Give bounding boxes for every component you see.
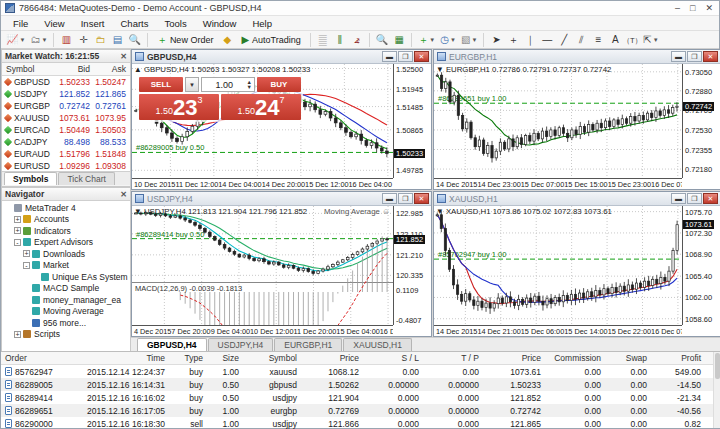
price-axis[interactable]: 0.730500.728800.727050.725300.723550.721… (682, 64, 720, 178)
chart-title-bar[interactable]: USDJPY,H4▬❐✕ (132, 192, 431, 206)
toolbar-line-chart-button[interactable]: ⦨ (349, 32, 365, 48)
expand-icon[interactable]: + (23, 250, 30, 257)
terminal-order-row[interactable]: 857629472015.12.14 12:24:37buy1.00xauusd… (1, 365, 720, 378)
terminal-column-profit[interactable]: Profit (651, 353, 705, 363)
menu-item-tools[interactable]: Tools (156, 17, 194, 30)
terminal-column-type[interactable]: Type (169, 353, 207, 363)
terminal-column-price[interactable]: Price (301, 353, 363, 363)
sell-price[interactable]: 1.50233 (139, 94, 219, 120)
navigator-item-downloads[interactable]: +Downloads (2, 248, 130, 260)
close-icon[interactable]: ✕ (703, 51, 718, 62)
expand-icon[interactable]: + (14, 216, 21, 223)
expand-icon[interactable]: + (14, 331, 21, 338)
close-icon[interactable]: ✕ (414, 51, 429, 62)
toolbar-autotrading-button[interactable]: ▶AutoTrading (236, 32, 305, 48)
terminal-order-row[interactable]: 862890052015.12.16 16:14:31buy0.50gbpusd… (1, 378, 720, 391)
terminal-order-row[interactable]: 862900002015.12.16 16:18:30sell1.00usdjp… (1, 417, 720, 429)
toolbar-horizontal-line-button[interactable]: — (539, 32, 555, 48)
navigator-item-expert-advisors[interactable]: -Expert Advisors (2, 237, 130, 249)
close-icon[interactable]: ✕ (703, 193, 718, 204)
chart-body[interactable]: ▼ XAUUSD,H1 1073.86 1075.02 1072.83 1073… (434, 206, 720, 336)
collapse-icon[interactable]: - (23, 262, 30, 269)
menu-item-help[interactable]: Help (244, 17, 280, 30)
toolbar-indicators-button[interactable]: ＋▼ (416, 32, 437, 48)
chart-title-bar[interactable]: XAUUSD,H1▬❐✕ (434, 192, 720, 206)
navigator-item-moving-average[interactable]: Moving Average (2, 306, 130, 318)
toolbar-cursor-button[interactable]: ➤ (488, 32, 504, 48)
toolbar-new-chart-button[interactable]: 📈▼ (4, 32, 27, 48)
chart-body[interactable]: ▼ USDJPY,H4 121.813 121.904 121.796 121.… (132, 206, 431, 336)
market-watch-tab-symbols[interactable]: Symbols (4, 172, 57, 185)
toolbar-terminal-button[interactable]: ▤ (109, 32, 125, 48)
market-watch-row[interactable]: EURCAD1.504491.50503 (2, 124, 130, 136)
maximize-icon[interactable]: □ (690, 3, 695, 13)
navigator-item-indicators[interactable]: +Indicators (2, 225, 130, 237)
toolbar-arrows-button[interactable]: ⇱▼ (641, 32, 660, 48)
toolbar-strategy-tester-button[interactable]: 🔍 (126, 32, 142, 48)
price-axis[interactable]: 122.985122.110121.210120.335121.8520.110… (393, 206, 431, 325)
terminal-column-sl[interactable]: S / L (363, 353, 423, 363)
menu-item-file[interactable]: File (5, 17, 36, 30)
minimize-icon[interactable]: – (675, 3, 680, 13)
toolbar-new-order-button[interactable]: ＋New Order (152, 32, 219, 48)
market-watch-row[interactable]: XAUUSD1073.611073.95 (2, 112, 130, 124)
navigator-item-accounts[interactable]: +Accounts (2, 214, 130, 226)
minimize-icon[interactable]: ▬ (382, 51, 397, 62)
buy-button[interactable]: BUY (257, 77, 301, 92)
expand-icon[interactable]: + (14, 227, 21, 234)
navigator-item-money-manager-ea[interactable]: money_manager_ea (2, 294, 130, 306)
toolbar-bar-chart-button[interactable]: 𝄛 (315, 32, 331, 48)
menu-item-charts[interactable]: Charts (113, 17, 157, 30)
market-watch-row[interactable]: EURAUD1.517961.51848 (2, 148, 130, 160)
toolbar-navigator-button[interactable]: 🗀 (92, 32, 108, 48)
market-watch-row[interactable]: CADJPY88.49888.533 (2, 136, 130, 148)
close-icon[interactable]: ✕ (120, 190, 127, 199)
restore-icon[interactable]: ❐ (687, 193, 702, 204)
terminal-scrollbar[interactable] (713, 352, 720, 428)
restore-icon[interactable]: ❐ (398, 193, 413, 204)
time-axis[interactable]: 4 Dec 20157 Dec 20:009 Dec 04:0010 Dec 1… (132, 325, 393, 336)
toolbar-text-button[interactable]: A (607, 32, 623, 48)
toolbar-fibonacci-button[interactable]: ≡ (590, 32, 606, 48)
toolbar-text-label-button[interactable]: 🄣 (624, 32, 640, 48)
terminal-column-symbol[interactable]: Symbol (243, 353, 301, 363)
menu-item-view[interactable]: View (36, 17, 72, 30)
toolbar-tile-windows-button[interactable]: ▦ (391, 32, 407, 48)
toolbar-market-watch-button[interactable]: ▥ (58, 32, 74, 48)
navigator-item-scripts[interactable]: +Scripts (2, 329, 130, 341)
sell-dropdown-icon[interactable]: ▼ (185, 77, 199, 92)
market-watch-tab-tick-chart[interactable]: Tick Chart (58, 172, 114, 185)
toolbar-periods-button[interactable]: ◷▼ (438, 32, 458, 48)
toolbar-profiles-button[interactable]: 🗂▼ (28, 32, 49, 48)
time-axis[interactable]: 10 Dec 201511 Dec 12:0014 Dec 04:0014 De… (132, 178, 393, 189)
restore-icon[interactable]: ❐ (398, 51, 413, 62)
price-axis[interactable]: 1.525001.519451.514851.508651.497851.502… (393, 64, 431, 178)
menu-item-insert[interactable]: Insert (73, 17, 113, 30)
market-watch-row[interactable]: EURGBP0.727420.72761 (2, 100, 130, 112)
time-axis[interactable]: 14 Dec 201514 Dec 21:0015 Dec 06:0015 De… (434, 325, 682, 336)
navigator-item-macd-sample[interactable]: MACD Sample (2, 283, 130, 295)
collapse-icon[interactable]: - (14, 239, 21, 246)
volume-input[interactable]: 1.00▲▼ (201, 77, 255, 92)
terminal-column-order[interactable]: Order (1, 353, 65, 363)
chart-tab-eurgbp-h1[interactable]: EURGBP,H1 (274, 338, 342, 351)
navigator-item-956-more-[interactable]: 956 more... (2, 317, 130, 329)
price-chart[interactable]: #85762947 buy 1.00 (434, 206, 682, 325)
market-watch-row[interactable]: EURUSD1.092961.09308 (2, 160, 130, 171)
price-axis[interactable]: 1075.701072.301068.901065.401062.001058.… (682, 206, 720, 325)
close-icon[interactable]: ✕ (705, 3, 713, 13)
chart-tab-gbpusd-h4[interactable]: GBPUSD,H4 (137, 338, 207, 351)
terminal-column-time[interactable]: Time (65, 353, 169, 363)
terminal-column-tp[interactable]: T / P (423, 353, 483, 363)
terminal-column-size[interactable]: Size (207, 353, 243, 363)
toolbar-trendline-button[interactable]: ╱ (556, 32, 572, 48)
chart-title-bar[interactable]: EURGBP,H1▬❐✕ (434, 50, 720, 64)
scrollbar-thumb[interactable] (715, 353, 720, 379)
toolbar-metaeditor-button[interactable]: ◆ (219, 32, 235, 48)
price-chart[interactable]: #86289651 buy 1.00 (434, 64, 682, 178)
market-watch-row[interactable]: USDJPY121.852121.865 (2, 88, 130, 100)
minimize-icon[interactable]: ▬ (382, 193, 397, 204)
buy-price[interactable]: 1.50247 (221, 94, 301, 120)
terminal-order-row[interactable]: 862896512015.12.16 16:17:05buy1.00eurgbp… (1, 404, 720, 417)
chart-title-bar[interactable]: GBPUSD,H4▬❐✕ (132, 50, 431, 64)
